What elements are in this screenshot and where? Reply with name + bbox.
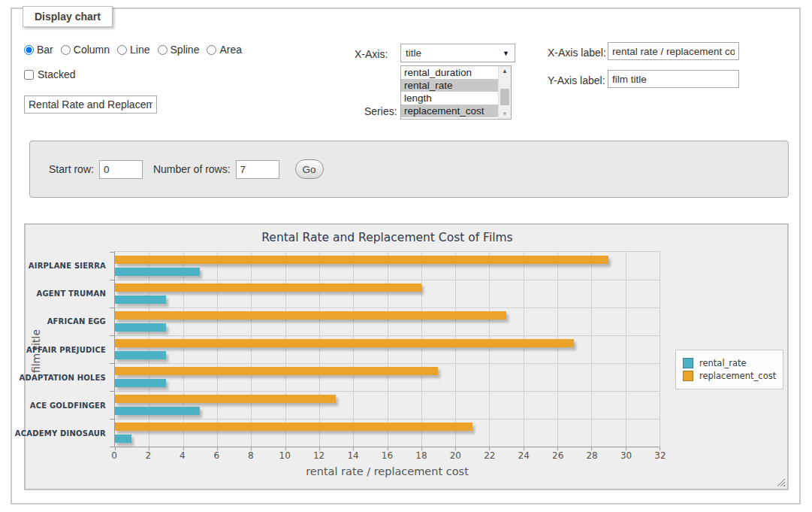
listbox-scrollbar[interactable]: ▲ ▼ xyxy=(498,66,511,119)
plot-area xyxy=(114,251,660,447)
x-tick-label: 4 xyxy=(180,450,186,461)
x-tick-label: 22 xyxy=(484,450,495,461)
legend-swatch-icon xyxy=(683,371,693,381)
y-axis-label-label: Y-Axis label: xyxy=(548,74,605,86)
chart-type-radio-bar[interactable] xyxy=(24,45,34,55)
series-listbox[interactable]: rental_durationrental_ratelengthreplacem… xyxy=(400,65,512,120)
bar-replacement_cost[interactable] xyxy=(115,395,336,403)
chart-type-radio-line[interactable] xyxy=(117,45,127,55)
category-label: AGENT TRUMAN xyxy=(36,289,106,297)
bar-rental_rate[interactable] xyxy=(115,295,166,304)
x-tick-label: 30 xyxy=(620,450,632,461)
stacked-checkbox[interactable] xyxy=(24,70,34,80)
chart-x-axis-title: rental rate / replacement cost xyxy=(114,465,660,477)
bar-group-airplane-sierra xyxy=(115,252,660,280)
y-tick-mark xyxy=(110,447,115,447)
x-tick-label: 24 xyxy=(518,450,530,461)
category-label: AFFAIR PREJUDICE xyxy=(26,345,106,353)
chevron-down-icon: ▼ xyxy=(503,50,509,57)
go-button[interactable]: Go xyxy=(295,159,324,179)
start-row-label: Start row: xyxy=(49,163,94,175)
y-tick-mark xyxy=(110,335,115,336)
bar-replacement_cost[interactable] xyxy=(115,283,421,292)
category-label: ACE GOLDFINGER xyxy=(30,401,106,410)
num-rows-input[interactable] xyxy=(236,160,279,179)
bar-replacement_cost[interactable] xyxy=(115,339,574,347)
y-axis-label-input[interactable] xyxy=(608,70,739,88)
chart-type-radiogroup: BarColumnLineSplineArea xyxy=(24,44,249,56)
radio-option-spline: Spline xyxy=(158,44,200,56)
x-tick-label: 28 xyxy=(586,450,597,461)
bar-replacement_cost[interactable] xyxy=(115,256,608,264)
bar-replacement_cost[interactable] xyxy=(115,311,506,320)
radio-option-bar: Bar xyxy=(24,44,53,56)
bar-rental_rate[interactable] xyxy=(115,268,200,276)
bar-rental_rate[interactable] xyxy=(115,351,166,359)
bar-rental_rate[interactable] xyxy=(115,379,166,387)
chart-type-radio-label: Area xyxy=(219,44,242,56)
bar-group-adaptation-holes xyxy=(115,363,660,391)
chart-legend: rental_ratereplacement_cost xyxy=(675,350,783,389)
series-listbox-label: Series: xyxy=(364,105,397,117)
bar-replacement_cost[interactable] xyxy=(115,423,472,431)
bar-rental_rate[interactable] xyxy=(115,435,131,443)
series-option-rental_duration[interactable]: rental_duration xyxy=(401,66,498,79)
series-option-rental_rate[interactable]: rental_rate xyxy=(401,79,498,92)
x-tick-label: 26 xyxy=(552,450,563,461)
x-tick-label: 8 xyxy=(248,450,254,461)
x-tick-label: 32 xyxy=(654,450,666,461)
bar-group-academy-dinosaur xyxy=(115,419,660,447)
x-tick-label: 18 xyxy=(415,450,427,461)
scroll-down-icon[interactable]: ▼ xyxy=(499,111,511,117)
category-label: AIRPLANE SIERRA xyxy=(29,261,106,269)
radio-option-line: Line xyxy=(117,44,149,56)
legend-entry-rental_rate: rental_rate xyxy=(683,358,776,368)
y-tick-mark xyxy=(110,391,115,392)
stacked-row: Stacked xyxy=(24,68,76,80)
x-axis-selected-value: title xyxy=(406,47,421,59)
series-listbox-options: rental_durationrental_ratelengthreplacem… xyxy=(401,66,498,119)
x-tick-label: 12 xyxy=(313,450,324,461)
x-tick-label: 2 xyxy=(146,450,152,461)
x-tick-label: 20 xyxy=(450,450,461,461)
series-option-length[interactable]: length xyxy=(401,92,498,105)
x-tick-label: 0 xyxy=(111,450,117,461)
chart-type-radio-column[interactable] xyxy=(61,45,71,55)
x-axis-label-input[interactable] xyxy=(608,42,739,60)
legend-entry-replacement_cost: replacement_cost xyxy=(683,371,776,381)
x-axis-label-label: X-Axis label: xyxy=(548,47,606,59)
chart-type-radio-label: Bar xyxy=(37,44,53,56)
bar-rental_rate[interactable] xyxy=(115,407,200,415)
legend-swatch-icon xyxy=(683,358,693,368)
chart-type-radio-label: Column xyxy=(74,44,110,56)
x-tick-label: 6 xyxy=(213,450,219,461)
stacked-checkbox-label: Stacked xyxy=(24,68,76,80)
y-tick-mark xyxy=(110,252,115,253)
y-tick-mark xyxy=(110,419,115,420)
panel-title: Display chart xyxy=(23,6,113,27)
row-range-panel: Start row: Number of rows: Go xyxy=(29,141,789,198)
chart-title-input[interactable] xyxy=(24,95,157,114)
y-tick-mark xyxy=(110,363,115,364)
bar-group-affair-prejudice xyxy=(115,335,660,363)
chart-type-radio-area[interactable] xyxy=(207,45,216,55)
bar-replacement_cost[interactable] xyxy=(115,367,438,375)
y-tick-mark xyxy=(110,308,115,308)
chart-type-radio-label: Spline xyxy=(171,44,200,56)
start-row-input[interactable] xyxy=(99,160,143,179)
category-label: AFRICAN EGG xyxy=(47,317,106,326)
radio-option-area: Area xyxy=(207,44,242,56)
display-chart-panel: Display chart BarColumnLineSplineArea St… xyxy=(11,8,801,504)
x-tick-label: 10 xyxy=(279,450,291,461)
bar-rental_rate[interactable] xyxy=(115,323,166,332)
scroll-up-icon[interactable]: ▲ xyxy=(499,68,511,74)
scrollbar-thumb[interactable] xyxy=(500,89,509,105)
series-option-replacement_cost[interactable]: replacement_cost xyxy=(401,105,498,117)
x-axis-ticks: 02468101214161820222426283032 xyxy=(114,450,660,462)
y-tick-mark xyxy=(110,280,115,280)
chart-type-radio-spline[interactable] xyxy=(158,45,168,55)
x-axis-select[interactable]: title ▼ xyxy=(400,44,515,62)
resize-handle-icon[interactable] xyxy=(777,478,785,486)
x-tick-label: 16 xyxy=(382,450,393,461)
category-axis-labels: AIRPLANE SIERRAAGENT TRUMANAFRICAN EGGAF… xyxy=(26,251,110,447)
